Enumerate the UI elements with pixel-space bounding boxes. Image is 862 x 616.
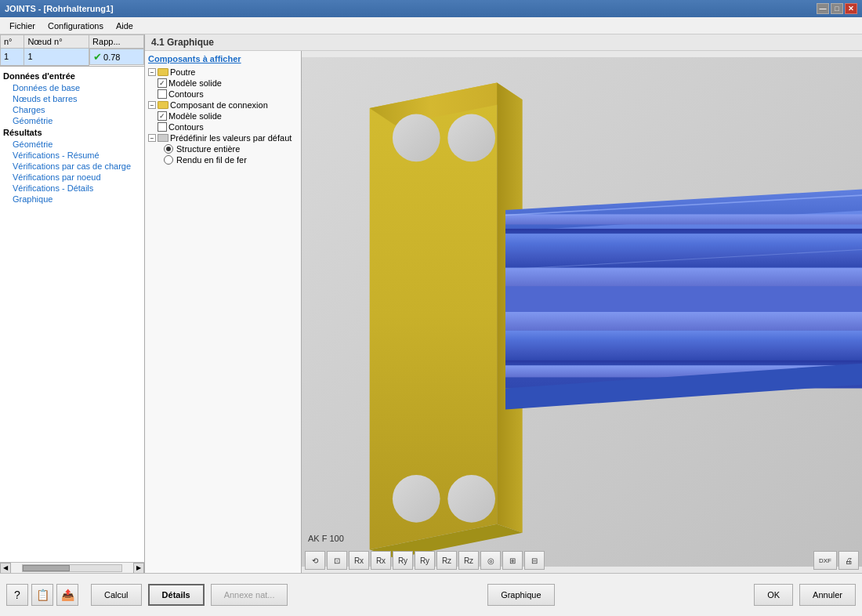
3d-canvas [302, 51, 862, 573]
bottom-icons: ? 📋 📤 [6, 584, 78, 606]
folder-connexion-icon [158, 101, 168, 109]
toolbar-btn-ry-plus[interactable]: Ry [415, 551, 435, 570]
toolbar-btn-ry-minus[interactable]: Ry [393, 551, 413, 570]
window-controls: — □ ✕ [817, 3, 857, 14]
tree-poutre: − Poutre [148, 67, 298, 78]
nav-noeuds-barres[interactable]: Nœuds et barres [0, 93, 144, 104]
menu-fichier[interactable]: Fichier [3, 20, 42, 32]
check-icon: ✔ [93, 51, 102, 63]
menu-configurations[interactable]: Configurations [42, 20, 110, 32]
scene-svg [302, 51, 862, 573]
toolbar-btn-rx-plus[interactable]: Rx [371, 551, 391, 570]
data-table: n° Nœud n° Rapp... 1 1 ✔ 0.78 [0, 34, 144, 67]
radio-fil-de-fer-label: Rendu en fil de fer [176, 155, 247, 165]
corner-bl [393, 475, 440, 523]
nav-verif-details[interactable]: Vérifications - Détails [0, 183, 144, 194]
scroll-right-btn[interactable]: ▶ [133, 563, 144, 574]
title-bar: JOINTS - [Rohrhalterung1] — □ ✕ [0, 0, 862, 17]
viewport: AK F 100 ⟲ ⊡ Rx Rx Ry Ry Rz Rz ◎ ⊞ ⊟ DXF [302, 51, 862, 573]
toolbar-btn-circle[interactable]: ◎ [480, 551, 501, 570]
checkbox-contours-1[interactable] [158, 89, 167, 99]
center-ridge-mid [505, 287, 862, 313]
groove-1 [505, 229, 862, 234]
mid-flat-1 [505, 234, 862, 267]
horizontal-scrollbar[interactable]: ◀ ▶ [0, 562, 144, 573]
checkbox-contours-2[interactable] [158, 122, 167, 132]
nav-charges[interactable]: Charges [0, 104, 144, 115]
connexion-label: Composant de connexion [170, 100, 268, 110]
toggle-poutre[interactable]: − [148, 68, 156, 76]
radio-fil-de-fer[interactable]: Rendu en fil de fer [148, 154, 298, 165]
toolbar-btn-zoom-out[interactable]: ⊟ [524, 551, 545, 570]
help-icon-btn[interactable]: ? [6, 584, 28, 606]
tree-contours-2: Contours [148, 121, 298, 132]
predefine-label: Prédéfinir les valeurs par défaut [170, 133, 292, 143]
minimize-button[interactable]: — [817, 3, 829, 14]
right-panel: 4.1 Graphique Composants à afficher − Po… [145, 34, 862, 573]
menu-bar: Fichier Configurations Aide [0, 17, 862, 34]
tree-modele-solide-2: Modèle solide [148, 111, 298, 121]
toolbar-btn-print[interactable]: 🖨 [838, 551, 859, 570]
toolbar-btn-rz-minus[interactable]: Rz [436, 551, 457, 570]
menu-aide[interactable]: Aide [110, 20, 139, 32]
toolbar-btn-dxf[interactable]: DXF [813, 551, 837, 570]
checkbox-modele-solide-2[interactable] [158, 111, 167, 121]
tree-contours-1: Contours [148, 89, 298, 100]
cell-rapp: ✔ 0.78 [89, 49, 143, 65]
groove-2 [505, 361, 862, 366]
radio-structure-label: Structure entière [176, 144, 240, 154]
maximize-button[interactable]: □ [831, 3, 843, 14]
main-layout: n° Nœud n° Rapp... 1 1 ✔ 0.78 [0, 34, 862, 573]
folder-predefine-icon [158, 134, 168, 142]
composants-title: Composants à afficher [148, 54, 298, 63]
cell-noeud: 1 [24, 49, 89, 66]
nav-geometrie[interactable]: Géométrie [0, 139, 144, 150]
toolbar-btn-rotate[interactable]: ⟲ [305, 551, 325, 570]
modele-solide-1-label: Modèle solide [168, 78, 222, 88]
table-row[interactable]: 1 1 ✔ 0.78 [1, 49, 144, 66]
checkbox-modele-solide-1[interactable] [158, 78, 167, 88]
poutre-label: Poutre [170, 67, 195, 77]
graphique-button[interactable]: Graphique [487, 584, 554, 606]
nav-tree: Données d'entrée Données de base Nœuds e… [0, 67, 144, 563]
scroll-thumb[interactable] [23, 565, 70, 571]
radio-structure[interactable]: Structure entière [148, 143, 298, 154]
toolbar-btn-rx-minus[interactable]: Rx [349, 551, 369, 570]
nav-verif-resume[interactable]: Vérifications - Résumé [0, 150, 144, 161]
radio-structure-btn[interactable] [164, 144, 173, 154]
viewport-label: AK F 100 [308, 534, 344, 543]
close-button[interactable]: ✕ [845, 3, 857, 14]
nav-verif-cas[interactable]: Vérifications par cas de charge [0, 161, 144, 172]
toggle-connexion[interactable]: − [148, 101, 156, 109]
panel-title: 4.1 Graphique [145, 34, 862, 51]
clipboard-icon-btn[interactable]: 📋 [31, 584, 53, 606]
toggle-predefine[interactable]: − [148, 134, 156, 142]
bottom-bar: ? 📋 📤 Calcul Détails Annexe nat... Graph… [0, 573, 862, 616]
tree-composant-connexion: − Composant de connexion [148, 100, 298, 111]
section-results-label: Résultats [0, 126, 144, 139]
corner-tl [393, 114, 440, 162]
toolbar-btn-rz-plus[interactable]: Rz [458, 551, 479, 570]
cell-n: 1 [1, 49, 24, 66]
scroll-left-btn[interactable]: ◀ [0, 563, 11, 574]
corner-br [447, 475, 495, 523]
nav-donnees-base[interactable]: Données de base [0, 82, 144, 93]
modele-solide-2-label: Modèle solide [168, 111, 222, 121]
annexe-button[interactable]: Annexe nat... [211, 584, 288, 606]
mid-flat-2 [505, 331, 862, 361]
nav-verif-noeud[interactable]: Vérifications par noeud [0, 172, 144, 183]
toolbar-btn-fit[interactable]: ⊡ [327, 551, 347, 570]
export-icon-btn[interactable]: 📤 [56, 584, 78, 606]
composants-panel: Composants à afficher − Poutre Modèle so… [145, 51, 302, 573]
ok-button[interactable]: OK [754, 584, 793, 606]
radio-fil-de-fer-btn[interactable] [164, 155, 173, 165]
calcul-button[interactable]: Calcul [91, 584, 142, 606]
nav-geometrie-input[interactable]: Géométrie [0, 115, 144, 126]
window-title: JOINTS - [Rohrhalterung1] [5, 4, 114, 13]
annuler-button[interactable]: Annuler [799, 584, 856, 606]
col-header-noeud: Nœud n° [24, 35, 89, 49]
folder-poutre-icon [158, 68, 168, 76]
toolbar-btn-zoom-in[interactable]: ⊞ [502, 551, 523, 570]
details-button[interactable]: Détails [148, 584, 205, 606]
nav-graphique[interactable]: Graphique [0, 194, 144, 205]
